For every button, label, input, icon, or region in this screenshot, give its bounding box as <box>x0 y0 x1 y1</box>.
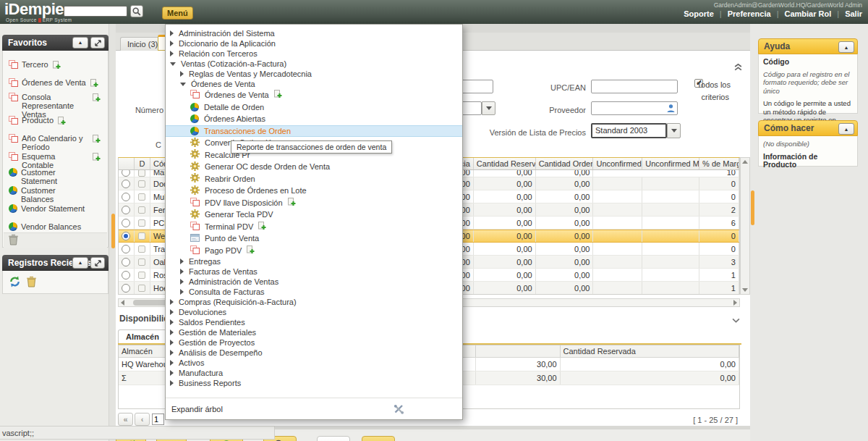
menu-item-entregas[interactable]: Entregas <box>166 256 462 266</box>
row-checkbox[interactable] <box>138 219 145 227</box>
d-column-header[interactable]: D <box>135 158 150 169</box>
menu-item-gesti-n-de-proyectos[interactable]: Gestión de Proyectos <box>166 337 462 348</box>
row-radio[interactable] <box>122 193 130 201</box>
menu-item-pago-pdv[interactable]: Pago PDV <box>166 245 462 257</box>
first-page-button[interactable]: « <box>118 413 133 426</box>
west-splitter-handle[interactable] <box>111 214 115 248</box>
row-radio[interactable] <box>122 284 130 293</box>
menu-item-relaci-n-con-terceros[interactable]: Relación con Terceros <box>166 49 462 59</box>
search-button[interactable] <box>130 5 143 17</box>
menu-item-business-reports[interactable]: Business Reports <box>166 378 462 388</box>
collapse-availability-icon[interactable] <box>732 316 740 324</box>
new-record-icon[interactable] <box>93 93 101 104</box>
row-radio[interactable] <box>122 271 130 280</box>
menu-item-administraci-n-del-sistema[interactable]: Administración del Sistema <box>166 28 462 38</box>
cancel-button[interactable] <box>362 436 395 441</box>
sidebar-item-rdenes-de-venta[interactable]: Órdenes de Venta <box>9 78 106 89</box>
row-checkbox-cell[interactable] <box>135 190 150 203</box>
sidebar-item-vendor-balances[interactable]: Vendor Balances <box>9 222 106 231</box>
sidebar-item-tercero[interactable]: Tercero <box>9 60 106 71</box>
favorites-collapse-button[interactable]: ▲ <box>72 37 88 49</box>
howto-collapse-button[interactable]: ▲ <box>838 123 854 135</box>
tree-expand-icon[interactable] <box>180 269 184 274</box>
row-checkbox-cell[interactable] <box>135 243 150 255</box>
refresh-icon[interactable] <box>9 276 21 289</box>
tree-expand-icon[interactable] <box>170 30 174 36</box>
row-radio-cell[interactable] <box>119 190 135 203</box>
menu-item-reglas-de-ventas-y-mercadotecnia[interactable]: Reglas de Ventas y Mercadotecnia <box>166 69 462 79</box>
sidebar-item-customer-balances[interactable]: Customer Balances <box>9 186 106 203</box>
row-checkbox[interactable] <box>138 285 145 292</box>
customize-button[interactable] <box>317 436 350 441</box>
row-radio-cell[interactable] <box>119 170 135 177</box>
new-record-icon[interactable] <box>93 153 101 163</box>
row-radio-cell[interactable] <box>119 282 135 294</box>
menu-item-rdenes-de-venta[interactable]: Órdenes de Venta <box>166 79 462 89</box>
tree-expand-icon[interactable] <box>180 259 184 264</box>
menu-item-devoluciones[interactable]: Devoluciones <box>166 307 462 317</box>
help-collapse-button[interactable]: ▲ <box>838 41 854 53</box>
new-record-icon[interactable] <box>258 222 266 232</box>
row-radio-cell[interactable] <box>119 177 135 190</box>
menu-item-manufactura[interactable]: Manufactura <box>166 368 462 378</box>
menu-item-saldos-pendientes[interactable]: Saldos Pendientes <box>166 317 462 327</box>
row-checkbox-cell[interactable] <box>135 177 150 190</box>
menu-item-generar-oc-desde-orden-de-venta[interactable]: Generar OC desde Orden de Venta <box>166 161 462 173</box>
tree-tools-icon[interactable] <box>393 404 404 416</box>
east-splitter-handle[interactable] <box>751 190 754 225</box>
row-radio[interactable] <box>122 258 130 266</box>
scroll-down-icon[interactable] <box>742 288 748 292</box>
row-checkbox[interactable] <box>138 206 145 214</box>
menu-item-transacciones-de-orden[interactable]: Transacciones de Orden <box>166 125 462 138</box>
sidebar-item-customer-statement[interactable]: Customer Statement <box>9 168 106 185</box>
tree-collapse-icon[interactable] <box>170 62 176 66</box>
tree-expand-icon[interactable] <box>170 51 174 56</box>
sidebar-item-consola-representante-ventas[interactable]: Consola Representante Ventas <box>9 93 106 119</box>
recent-collapse-button[interactable]: ▲ <box>72 257 88 269</box>
trash-icon[interactable] <box>8 234 19 247</box>
menu-item-facturas-de-ventas[interactable]: Facturas de Ventas <box>166 266 462 277</box>
sidebar-item-esquema-contable[interactable]: Esquema Contable <box>9 152 106 169</box>
tree-expand-icon[interactable] <box>170 370 174 376</box>
tab-almacen[interactable]: Almacén <box>118 329 167 344</box>
recent-expand-button[interactable] <box>90 257 105 269</box>
row-checkbox-cell[interactable] <box>135 282 150 294</box>
menu-button[interactable]: Menú <box>162 7 193 20</box>
tree-expand-icon[interactable] <box>170 350 174 356</box>
menu-item-detalle-de-orden[interactable]: Detalle de Orden <box>166 101 462 114</box>
scroll-right-icon[interactable] <box>733 300 737 306</box>
tree-expand-icon[interactable] <box>170 329 174 335</box>
row-radio[interactable] <box>122 180 130 188</box>
row-radio-cell[interactable] <box>119 203 135 216</box>
collapse-criteria-icon[interactable] <box>733 63 743 72</box>
row-radio[interactable] <box>122 245 130 253</box>
scroll-left-icon[interactable] <box>121 300 124 306</box>
global-search-input[interactable] <box>64 6 127 17</box>
tree-expand-icon[interactable] <box>180 71 184 77</box>
row-checkbox[interactable] <box>138 245 145 253</box>
menu-item-activos[interactable]: Activos <box>166 358 462 368</box>
row-checkbox-cell[interactable] <box>135 217 150 229</box>
page-number-input[interactable] <box>152 413 164 425</box>
menu-item-rdenes-abiertas[interactable]: Órdenes Abiertas <box>166 113 462 125</box>
expand-tree-link[interactable]: Expandir árbol <box>171 405 223 413</box>
tree-expand-icon[interactable] <box>170 41 174 46</box>
new-record-icon[interactable] <box>274 90 282 100</box>
unconfirmed-qty-column-header[interactable]: Unconfirmed Qty <box>593 158 642 169</box>
support-link[interactable]: Soporte <box>684 9 714 18</box>
tree-expand-icon[interactable] <box>170 380 174 386</box>
ordenada-column-header[interactable]: Cantidad Ordenada <box>536 158 594 169</box>
trash-icon[interactable] <box>26 276 37 289</box>
new-record-icon[interactable] <box>288 198 296 208</box>
tree-expand-icon[interactable] <box>170 319 174 325</box>
row-checkbox[interactable] <box>138 272 145 279</box>
howto-item-link[interactable]: Información de Producto <box>763 153 853 169</box>
row-radio-cell[interactable] <box>119 230 135 242</box>
scroll-up-icon[interactable] <box>742 160 748 164</box>
row-radio-cell[interactable] <box>119 256 135 268</box>
menu-item-generar-tecla-pdv[interactable]: Generar Tecla PDV <box>166 209 462 221</box>
results-vertical-scrollbar[interactable] <box>740 157 750 295</box>
pricelist-combo-arrow[interactable] <box>667 123 681 138</box>
row-checkbox[interactable] <box>138 170 145 177</box>
row-checkbox-cell[interactable] <box>135 170 150 177</box>
